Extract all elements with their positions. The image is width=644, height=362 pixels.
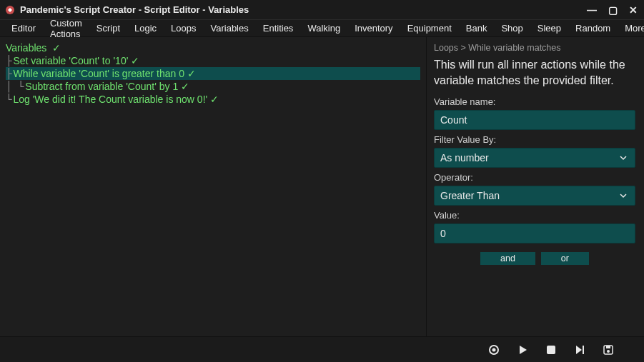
svg-point-2	[492, 348, 496, 351]
menu-inventory[interactable]: Inventory	[347, 21, 400, 35]
check-icon: ✓	[187, 68, 196, 79]
menu-bank[interactable]: Bank	[459, 21, 495, 35]
script-tree[interactable]: Variables ✓ ├ Set variable 'Count' to '1…	[0, 37, 426, 336]
menu-walking[interactable]: Walking	[300, 21, 347, 35]
operator-value: Greater Than	[440, 190, 500, 201]
svg-rect-4	[583, 346, 584, 354]
check-icon: ✓	[210, 94, 219, 105]
menu-shop[interactable]: Shop	[494, 21, 530, 35]
operator-label: Operator:	[434, 172, 635, 183]
chevron-down-icon	[618, 152, 629, 164]
tree-line[interactable]: └ Log 'We did it! The Count variable is …	[6, 93, 420, 106]
tree-prefix: ├	[6, 55, 11, 66]
close-button[interactable]: ✕	[627, 4, 640, 16]
menu-entities[interactable]: Entities	[256, 21, 301, 35]
properties-panel: Loops > While variable matches This will…	[426, 37, 644, 336]
menu-bar: Editor Custom Actions Script Logic Loops…	[0, 20, 644, 37]
svg-rect-3	[547, 346, 555, 354]
player-bar	[0, 336, 644, 362]
value-input[interactable]	[434, 223, 635, 243]
menu-loops[interactable]: Loops	[164, 21, 203, 35]
tree-prefix: └	[6, 94, 11, 105]
menu-more[interactable]: More	[618, 21, 644, 35]
minimize-button[interactable]: —	[585, 4, 599, 16]
operator-select[interactable]: Greater Than	[434, 186, 635, 206]
step-button[interactable]	[573, 343, 587, 357]
and-button[interactable]: and	[480, 252, 535, 265]
tree-text: Set variable 'Count' to '10'	[13, 55, 128, 66]
breadcrumb: Loops > While variable matches	[434, 43, 635, 53]
tree-line[interactable]: ├ While variable 'Count' is greater than…	[6, 67, 420, 80]
app-icon	[4, 4, 16, 16]
save-button[interactable]	[601, 343, 615, 357]
action-description: This will run all inner actions while th…	[434, 57, 635, 89]
menu-editor[interactable]: Editor	[4, 21, 43, 35]
value-label: Value:	[434, 210, 635, 221]
svg-rect-6	[606, 346, 610, 348]
tree-line[interactable]: ├ Set variable 'Count' to '10'✓	[6, 54, 420, 67]
check-icon: ✓	[52, 42, 61, 54]
tree-prefix: │ └	[6, 81, 24, 92]
tree-text: Subtract from variable 'Count' by 1	[25, 81, 178, 92]
tree-root-label: Variables	[6, 42, 46, 54]
tree-text: While variable 'Count' is greater than 0	[13, 68, 184, 79]
svg-point-7	[607, 350, 610, 353]
window-titlebar: Pandemic's Script Creator - Script Edito…	[0, 0, 644, 20]
menu-variables[interactable]: Variables	[204, 21, 256, 35]
tree-text: Log 'We did it! The Count variable is no…	[13, 94, 207, 105]
tree-prefix: ├	[6, 68, 11, 79]
menu-equipment[interactable]: Equipment	[400, 21, 459, 35]
tree-root[interactable]: Variables ✓	[6, 41, 420, 54]
check-icon: ✓	[181, 81, 189, 92]
play-button[interactable]	[515, 343, 530, 357]
menu-logic[interactable]: Logic	[127, 21, 164, 35]
menu-sleep[interactable]: Sleep	[530, 21, 568, 35]
filter-by-select[interactable]: As number	[434, 148, 635, 168]
record-button[interactable]	[487, 343, 501, 357]
chevron-down-icon	[618, 190, 629, 201]
window-title: Pandemic's Script Creator - Script Edito…	[20, 4, 585, 15]
stop-button[interactable]	[544, 343, 558, 357]
variable-name-input[interactable]	[434, 110, 635, 130]
maximize-button[interactable]: ▢	[606, 4, 620, 16]
filter-by-label: Filter Value By:	[434, 134, 635, 145]
menu-random[interactable]: Random	[568, 21, 618, 35]
or-button[interactable]: or	[541, 252, 589, 265]
tree-line[interactable]: │ └ Subtract from variable 'Count' by 1✓	[6, 80, 420, 93]
check-icon: ✓	[131, 55, 139, 66]
variable-name-label: Variable name:	[434, 96, 635, 107]
filter-by-value: As number	[440, 152, 489, 164]
menu-script[interactable]: Script	[89, 21, 127, 35]
